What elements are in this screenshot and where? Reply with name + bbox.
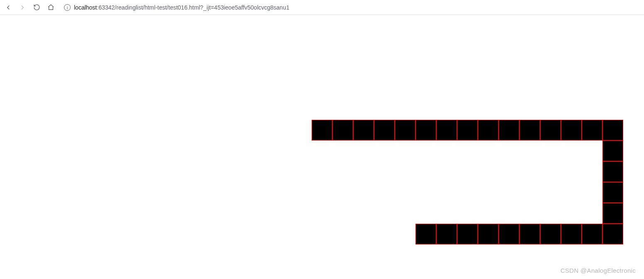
grid-cell [519,224,540,244]
grid-cell [415,120,436,141]
watermark: CSDN @AnalogElectronic [560,267,636,274]
grid-cell [436,224,457,244]
url-host: localhost [74,4,97,11]
page-content [0,15,644,279]
site-info-icon[interactable]: i [64,4,71,11]
grid-cell [582,120,602,141]
grid-cell [602,161,623,182]
grid-cell [582,224,602,244]
grid-cell [457,224,478,244]
browser-toolbar: i localhost:63342/readinglist/html-test/… [0,0,644,15]
back-button[interactable] [4,3,12,12]
reload-button[interactable] [32,3,41,12]
grid-cell [602,203,623,224]
grid-cell [602,182,623,203]
url-path: :63342/readinglist/html-test/test016.htm… [97,4,289,11]
grid-cell [499,224,519,244]
forward-button[interactable] [18,3,27,12]
home-button[interactable] [47,3,55,12]
grid-cell [374,120,395,141]
grid-cell [436,120,457,141]
grid-cell [457,120,478,141]
url-text: localhost:63342/readinglist/html-test/te… [74,4,289,11]
grid-cell [415,224,436,244]
grid-cell [540,120,561,141]
grid-cell [499,120,519,141]
grid-cell [312,120,332,141]
address-bar[interactable]: i localhost:63342/readinglist/html-test/… [64,4,640,11]
grid-cell [353,120,374,141]
grid-cell [602,224,623,244]
grid-cell [602,141,623,161]
grid-cell [561,120,582,141]
grid-cell [478,224,499,244]
grid-cell [602,120,623,141]
grid-cell [332,120,353,141]
grid-cell [395,120,415,141]
grid-cell [561,224,582,244]
grid-cell [540,224,561,244]
grid-cell [478,120,499,141]
grid-cell [519,120,540,141]
